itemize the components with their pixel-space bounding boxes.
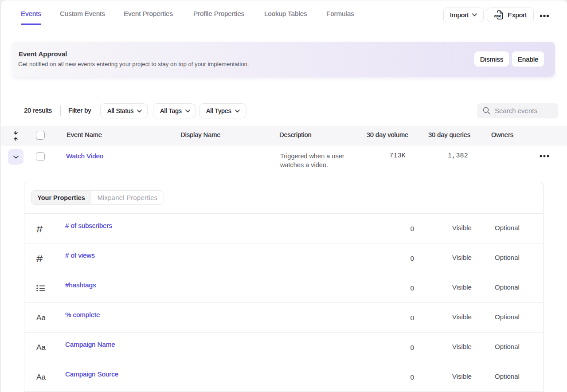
- svg-text:csv: csv: [494, 14, 501, 18]
